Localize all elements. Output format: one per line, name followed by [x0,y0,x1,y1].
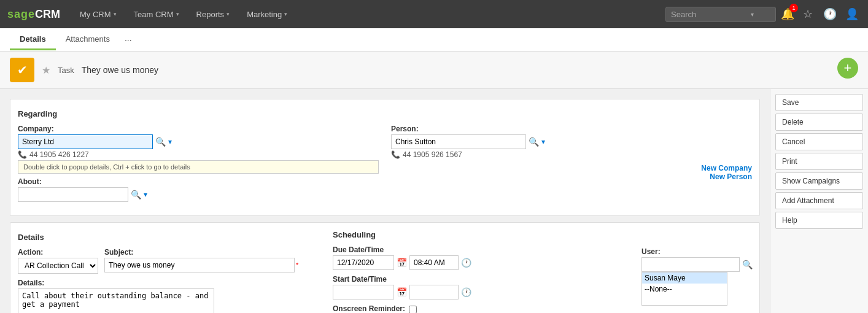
onscreen-reminder-checkbox[interactable] [409,306,417,314]
details-textarea[interactable] [18,288,214,313]
about-input-wrap: 🔍 ▾ [18,187,379,202]
nav-label-marketing: Marketing [247,10,282,19]
star-nav-icon[interactable]: ☆ [799,7,816,21]
nav-right: ▾ 🔔 1 ☆ 🕐 👤 [665,7,861,22]
notifications-icon-wrap: 🔔 1 [781,7,794,21]
save-button[interactable]: Save [775,94,863,111]
user-search-input[interactable] [641,257,740,272]
checkmark-icon: ✔ [17,63,28,77]
user-label: User: [641,247,752,256]
user-list-item-susan[interactable]: Susan Maye [642,272,727,284]
help-button[interactable]: Help [775,212,863,229]
nav-menu: My CRM ▾ Team CRM ▾ Reports ▾ Marketing … [72,6,665,23]
about-dropdown-icon[interactable]: ▾ [144,190,147,199]
details-inner: Details Action: AR Collection Call Call … [18,230,752,313]
tabs-bar: Details Attachments ··· [0,28,868,52]
company-dropdown-icon[interactable]: ▾ [168,137,172,146]
company-input[interactable] [18,134,153,149]
nav-item-marketing[interactable]: Marketing ▾ [239,6,295,23]
show-campaigns-button[interactable]: Show Campaigns [775,172,863,190]
company-phone-row: 📞 44 1905 426 1227 [18,150,379,159]
person-search-icon[interactable]: 🔍 [529,137,539,147]
chevron-down-icon: ▾ [176,11,179,17]
tab-attachments[interactable]: Attachments [56,29,120,50]
company-search-icon[interactable]: 🔍 [155,137,166,147]
user-search-icon[interactable]: 🔍 [742,260,753,269]
details-left: Details Action: AR Collection Call Call … [18,230,314,313]
due-time-clock-icon[interactable]: 🕐 [461,258,471,268]
user-column: User: 🔍 Susan Maye --None-- [641,230,752,313]
subject-input[interactable] [104,258,295,272]
start-date-calendar-icon[interactable]: 📅 [397,287,407,297]
page-type-label: Task [58,66,74,75]
clock-nav-icon[interactable]: 🕐 [821,7,839,21]
user-list[interactable]: Susan Maye --None-- [641,272,727,306]
nav-item-team-crm[interactable]: Team CRM ▾ [126,6,187,23]
company-col: Company: 🔍 ▾ 📞 44 1905 426 1227 Double c… [18,125,379,202]
new-person-link[interactable]: New Person [391,172,752,181]
details-section-title: Details [18,233,314,242]
person-phone-icon: 📞 [391,150,400,159]
nav-item-reports[interactable]: Reports ▾ [189,6,238,23]
person-input[interactable] [391,134,526,149]
required-indicator: * [296,261,298,269]
favorite-star-icon[interactable]: ★ [42,64,50,76]
due-datetime-label: Due Date/Time [333,245,629,254]
nav-item-my-crm[interactable]: My CRM ▾ [72,6,124,23]
about-search-icon[interactable]: 🔍 [131,190,141,199]
due-date-input[interactable] [333,255,394,270]
regarding-title: Regarding [18,109,752,118]
company-phone: 44 1905 426 1227 [29,150,89,159]
person-phone-row: 📞 44 1905 926 1567 [391,150,752,159]
user-list-item-none[interactable]: --None-- [642,284,727,295]
company-tooltip: Double click to popup details, Ctrl + cl… [18,160,379,174]
action-col: Action: AR Collection Call Call Meeting … [18,248,98,274]
scheduling-section: Scheduling Due Date/Time 📅 🕐 Star [327,230,629,313]
due-datetime-col: Due Date/Time 📅 🕐 [333,245,629,270]
start-datetime-col: Start Date/Time 📅 🕐 [333,275,629,299]
user-nav-icon[interactable]: 👤 [843,7,861,21]
about-input[interactable] [18,187,128,202]
about-row: About: [18,177,379,187]
add-button[interactable]: + [837,58,858,79]
nav-label-team-crm: Team CRM [134,10,174,19]
print-button[interactable]: Print [775,153,863,170]
action-select[interactable]: AR Collection Call Call Meeting Email [18,258,98,274]
about-label: About: [18,177,42,186]
search-dropdown-icon[interactable]: ▾ [751,11,754,18]
scheduling-title: Scheduling [333,230,629,239]
chevron-down-icon: ▾ [227,11,230,17]
task-icon: ✔ [10,58,34,82]
page-title: They owe us money [82,65,158,75]
subject-col: Subject: * [104,248,298,272]
new-company-link[interactable]: New Company [391,164,752,172]
person-col: Person: 🔍 ▾ 📞 44 1905 926 1567 New Compa… [391,125,752,181]
person-input-wrap: 🔍 ▾ [391,134,752,149]
regarding-form-row: Company: 🔍 ▾ 📞 44 1905 426 1227 Double c… [18,125,752,202]
regarding-section: Regarding Company: 🔍 ▾ 📞 44 1905 426 122… [10,99,760,216]
cancel-button[interactable]: Cancel [775,133,863,150]
due-date-calendar-icon[interactable]: 📅 [397,258,407,268]
onscreen-reminder-label: Onscreen Reminder: [333,304,405,313]
tab-details[interactable]: Details [10,29,56,50]
logo: sage CRM [7,8,60,21]
tab-more-icon[interactable]: ··· [120,30,137,50]
logo-crm: CRM [35,8,60,21]
details-text-col: Details: [18,279,314,313]
start-time-input[interactable] [409,285,459,299]
notification-badge: 1 [789,4,798,12]
search-box[interactable]: ▾ [665,7,776,22]
logo-sage: sage [7,8,35,21]
search-input[interactable] [671,10,751,19]
onscreen-reminder-row: Onscreen Reminder: [333,304,629,313]
person-dropdown-icon[interactable]: ▾ [541,137,545,146]
user-search-wrap: 🔍 [641,257,752,272]
delete-button[interactable]: Delete [775,114,863,131]
start-datetime-label: Start Date/Time [333,275,629,284]
nav-label-my-crm: My CRM [80,10,111,19]
company-input-wrap: 🔍 ▾ [18,134,379,149]
start-date-input[interactable] [333,285,394,299]
start-time-clock-icon[interactable]: 🕐 [461,287,471,297]
due-time-input[interactable] [409,255,459,270]
add-attachment-button[interactable]: Add Attachment [775,192,863,209]
